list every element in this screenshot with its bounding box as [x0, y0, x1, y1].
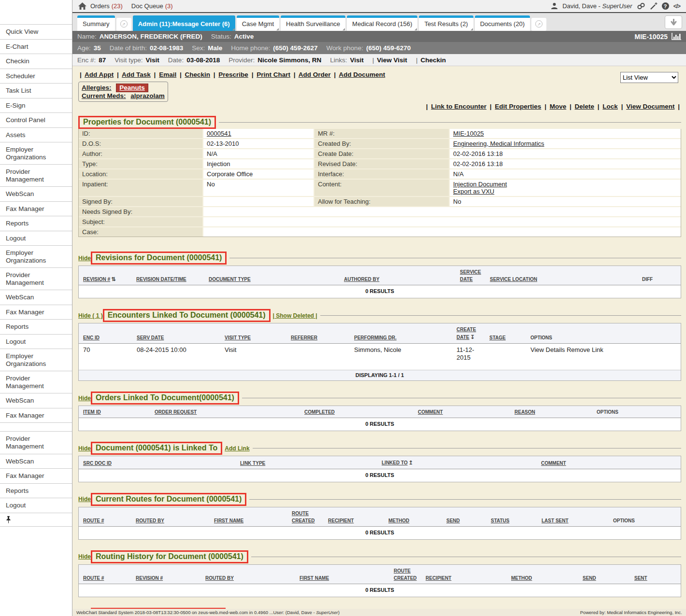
- tab-admin-message-center[interactable]: Admin (11):Message Center (6): [133, 15, 235, 31]
- sidebar-item-webscan[interactable]: WebScan: [0, 290, 72, 305]
- hide-link[interactable]: Hide: [78, 553, 91, 560]
- sidebar-item-assets[interactable]: Assets: [0, 127, 72, 142]
- sidebar-pin-button[interactable]: [0, 513, 72, 527]
- hide-link[interactable]: Hide ( 1 ): [78, 312, 103, 319]
- visit-link[interactable]: Visit: [350, 56, 364, 64]
- column-header[interactable]: REVISION #⇅: [79, 275, 132, 283]
- view-document-link[interactable]: View Document: [626, 103, 674, 110]
- column-header[interactable]: METHOD: [384, 517, 442, 524]
- column-header[interactable]: SERVICE DATE: [456, 268, 486, 283]
- column-header[interactable]: ROUTE #: [79, 574, 131, 582]
- sidebar-item-quick-view[interactable]: Quick View: [0, 24, 72, 39]
- export-as-vxu-link[interactable]: Export as VXU: [453, 188, 494, 195]
- prescribe-link[interactable]: Prescribe: [218, 71, 248, 78]
- column-header[interactable]: REVISION DATE/TIME: [132, 276, 204, 283]
- column-header[interactable]: REFERRER: [286, 334, 350, 341]
- sidebar-item-fax-manager[interactable]: Fax Manager: [0, 305, 72, 320]
- link-to-encounter-link[interactable]: Link to Encounter: [431, 103, 486, 110]
- encounter-row[interactable]: 70 08-24-2015 10:00 Visit Simmons, Nicol…: [79, 344, 681, 370]
- column-header[interactable]: METHOD: [507, 574, 578, 582]
- hide-link[interactable]: Hide: [78, 496, 91, 503]
- column-header[interactable]: COMMENT: [537, 460, 681, 467]
- edit-properties-link[interactable]: Edit Properties: [495, 103, 541, 110]
- sidebar-item-logout[interactable]: Logout: [0, 498, 72, 513]
- column-header[interactable]: SEND: [442, 517, 486, 524]
- column-header[interactable]: STATUS: [486, 517, 537, 524]
- column-header[interactable]: ORDER REQUEST: [150, 408, 300, 416]
- sidebar-item-e-chart[interactable]: E-Chart: [0, 39, 72, 54]
- link-chain-icon[interactable]: [637, 2, 645, 10]
- home-icon[interactable]: [78, 2, 86, 10]
- column-header[interactable]: RECIPIENT: [421, 574, 507, 582]
- documents-popout-button[interactable]: ↗: [531, 18, 546, 31]
- column-header[interactable]: RECIPIENT: [324, 517, 384, 524]
- column-header[interactable]: AUTHORED BY: [340, 276, 456, 283]
- hide-link[interactable]: Hide: [78, 255, 91, 262]
- add-link-link[interactable]: Add Link: [225, 445, 249, 452]
- sidebar-item-scheduler[interactable]: Scheduler: [0, 69, 72, 84]
- help-icon[interactable]: ?: [662, 2, 669, 10]
- summary-popout-button[interactable]: ↗: [116, 18, 131, 31]
- sidebar-item-employer-organizations[interactable]: Employer Organizations: [0, 142, 72, 164]
- hide-link[interactable]: Hide: [78, 445, 91, 452]
- column-header[interactable]: CREATE DATE↧: [452, 326, 485, 341]
- column-header[interactable]: REASON: [510, 408, 592, 416]
- move-link[interactable]: Move: [550, 103, 567, 110]
- sidebar-item-webscan[interactable]: WebScan: [0, 393, 72, 408]
- sidebar-item-task-list[interactable]: Task List: [0, 83, 72, 98]
- sidebar-item-employer-organizations[interactable]: Employer Organizations: [0, 349, 72, 371]
- sidebar-item-reports[interactable]: Reports: [0, 483, 72, 498]
- tab-summary[interactable]: Summary: [77, 15, 115, 31]
- checkin-link[interactable]: Checkin: [420, 56, 446, 64]
- column-header[interactable]: DOCUMENT TYPE: [204, 276, 340, 283]
- column-header[interactable]: COMPLETED: [300, 408, 414, 416]
- sidebar-item-control-panel[interactable]: Control Panel: [0, 112, 72, 127]
- created-by-link[interactable]: Engineering, Medical Informatics: [453, 140, 544, 147]
- print-chart-link[interactable]: Print Chart: [257, 71, 290, 78]
- column-header[interactable]: LINKED TO↥: [377, 459, 537, 467]
- lock-link[interactable]: Lock: [602, 103, 618, 110]
- doc-queue-link[interactable]: Doc Queue (3): [131, 2, 173, 10]
- sidebar-item-fax-manager[interactable]: Fax Manager: [0, 408, 72, 423]
- current-meds-link[interactable]: Current Meds:: [82, 92, 126, 99]
- sidebar-item-reports[interactable]: Reports: [0, 319, 72, 334]
- injection-document-link[interactable]: Injection Document: [453, 181, 507, 188]
- add-task-link[interactable]: Add Task: [122, 71, 151, 78]
- hide-link[interactable]: Hide: [78, 395, 91, 402]
- column-header[interactable]: SEND: [578, 574, 630, 582]
- sidebar-item-provider-management[interactable]: Provider Management: [0, 164, 72, 186]
- checkin-action-link[interactable]: Checkin: [185, 71, 210, 78]
- column-header[interactable]: FIRST NAME: [210, 517, 287, 524]
- column-header[interactable]: ROUTE CREATED: [287, 510, 324, 524]
- tab-case-mgmt[interactable]: Case Mgmt: [237, 15, 279, 31]
- column-header[interactable]: VISIT TYPE: [220, 334, 286, 341]
- column-header[interactable]: COMMENT: [414, 408, 510, 416]
- add-appt-link[interactable]: Add Appt: [85, 71, 114, 78]
- sidebar-item-checkin[interactable]: Checkin: [0, 54, 72, 69]
- view-visit-link[interactable]: View Visit: [377, 56, 407, 64]
- sidebar-item-fax-manager[interactable]: Fax Manager: [0, 468, 72, 483]
- tab-health-surveillance[interactable]: Health Surveillance: [281, 15, 345, 31]
- chart-stats-icon[interactable]: [672, 33, 681, 40]
- allergies-link[interactable]: Allergies:: [82, 84, 112, 91]
- tab-medical-record[interactable]: Medical Record (156): [347, 15, 417, 31]
- show-deleted-link[interactable]: | Show Deleted |: [273, 312, 317, 319]
- column-header[interactable]: REVISION #: [131, 574, 201, 582]
- sidebar-item-provider-management[interactable]: Provider Management: [0, 267, 72, 290]
- add-document-link[interactable]: Add Document: [339, 71, 385, 78]
- column-header[interactable]: ROUTED BY: [201, 574, 295, 582]
- column-header[interactable]: STAGE: [485, 334, 526, 341]
- current-user[interactable]: David, Dave - SuperUser: [562, 2, 632, 10]
- column-header[interactable]: SENT: [630, 574, 681, 582]
- document-id-link[interactable]: 0000541: [207, 130, 231, 137]
- email-link[interactable]: Email: [159, 71, 176, 78]
- options-cell[interactable]: View Details Remove Link: [526, 344, 681, 370]
- sidebar-item-webscan[interactable]: WebScan: [0, 186, 72, 201]
- add-order-link[interactable]: Add Order: [299, 71, 331, 78]
- sidebar-item-reports[interactable]: Reports: [0, 216, 72, 231]
- sidebar-item-logout[interactable]: Logout: [0, 231, 72, 246]
- mrn-link[interactable]: MIE-10025: [453, 130, 484, 137]
- tab-test-results[interactable]: Test Results (2): [419, 15, 473, 31]
- column-header[interactable]: ENC ID: [79, 334, 132, 341]
- column-header[interactable]: LAST SENT: [537, 517, 609, 524]
